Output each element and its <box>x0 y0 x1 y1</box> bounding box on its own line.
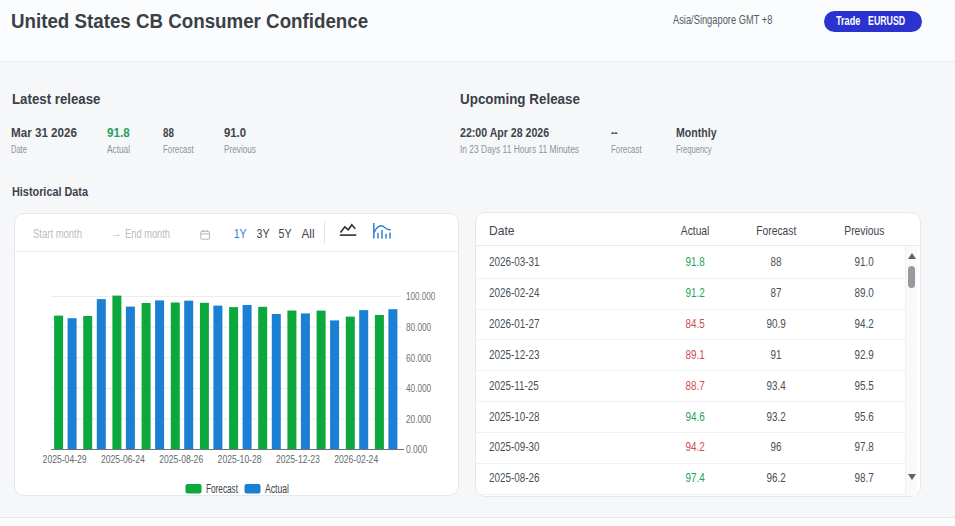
svg-text:2026-02-24: 2026-02-24 <box>334 453 378 465</box>
svg-text:Forecast: Forecast <box>206 482 238 496</box>
svg-text:20.000: 20.000 <box>406 413 431 425</box>
svg-text:0.000: 0.000 <box>406 443 427 455</box>
svg-text:5Y: 5Y <box>279 226 292 241</box>
svg-text:2025-06-24: 2025-06-24 <box>101 453 145 465</box>
svg-text:80.000: 80.000 <box>406 321 431 333</box>
svg-text:→: → <box>111 227 122 239</box>
svg-text:2025-08-26: 2025-08-26 <box>159 453 203 465</box>
svg-text:Start month: Start month <box>33 227 82 241</box>
svg-text:100.000: 100.000 <box>406 290 435 302</box>
svg-text:End month: End month <box>125 227 170 241</box>
svg-text:2025-10-28: 2025-10-28 <box>218 453 262 465</box>
svg-text:40.000: 40.000 <box>406 382 431 394</box>
svg-text:3Y: 3Y <box>257 226 270 241</box>
svg-text:2025-12-23: 2025-12-23 <box>276 453 320 465</box>
svg-text:1Y: 1Y <box>234 226 247 241</box>
svg-text:Actual: Actual <box>265 482 289 496</box>
svg-text:60.000: 60.000 <box>406 352 431 364</box>
svg-text:2025-04-29: 2025-04-29 <box>43 453 87 465</box>
svg-text:All: All <box>302 226 315 241</box>
